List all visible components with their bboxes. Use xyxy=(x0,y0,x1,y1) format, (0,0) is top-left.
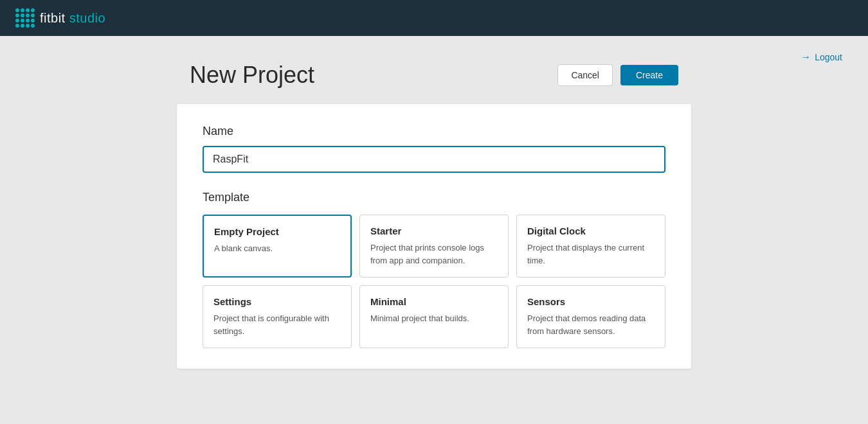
logo: fitbit studio xyxy=(15,8,105,28)
name-label: Name xyxy=(203,125,665,138)
project-name-input[interactable] xyxy=(203,146,665,173)
template-card-sensors[interactable]: Sensors Project that demos reading data … xyxy=(516,285,665,348)
app-header: fitbit studio xyxy=(0,0,868,36)
template-desc-settings: Project that is configurable with settin… xyxy=(213,312,341,337)
template-title-starter: Starter xyxy=(370,225,498,236)
form-card: Name Template Empty Project A blank canv… xyxy=(177,104,691,369)
template-grid: Empty Project A blank canvas. Starter Pr… xyxy=(203,215,665,348)
page-title: New Project xyxy=(190,62,314,89)
header-actions: Cancel Create xyxy=(557,64,678,86)
logout-link[interactable]: → Logout xyxy=(800,51,842,63)
template-label: Template xyxy=(203,191,665,204)
template-title-digital-clock: Digital Clock xyxy=(527,225,655,236)
template-title-settings: Settings xyxy=(213,296,341,307)
cancel-button[interactable]: Cancel xyxy=(557,64,613,86)
logout-icon: → xyxy=(800,51,811,63)
page-header: New Project Cancel Create xyxy=(177,62,691,89)
logo-icon xyxy=(15,8,35,28)
template-title-empty: Empty Project xyxy=(214,226,340,237)
template-desc-digital-clock: Project that displays the current time. xyxy=(527,242,655,267)
create-button[interactable]: Create xyxy=(620,65,678,85)
template-desc-empty: A blank canvas. xyxy=(214,242,340,255)
template-card-empty[interactable]: Empty Project A blank canvas. xyxy=(203,215,352,278)
template-desc-starter: Project that prints console logs from ap… xyxy=(370,242,498,267)
template-title-sensors: Sensors xyxy=(527,296,655,307)
template-card-minimal[interactable]: Minimal Minimal project that builds. xyxy=(359,285,509,348)
main-content: → Logout New Project Cancel Create Name … xyxy=(0,36,868,424)
template-card-starter[interactable]: Starter Project that prints console logs… xyxy=(359,215,509,278)
logout-label[interactable]: Logout xyxy=(815,52,842,62)
template-title-minimal: Minimal xyxy=(370,296,498,307)
logo-text: fitbit studio xyxy=(40,11,105,26)
template-card-digital-clock[interactable]: Digital Clock Project that displays the … xyxy=(516,215,665,278)
template-card-settings[interactable]: Settings Project that is configurable wi… xyxy=(203,285,352,348)
template-desc-sensors: Project that demos reading data from har… xyxy=(527,312,655,337)
template-desc-minimal: Minimal project that builds. xyxy=(370,312,498,325)
